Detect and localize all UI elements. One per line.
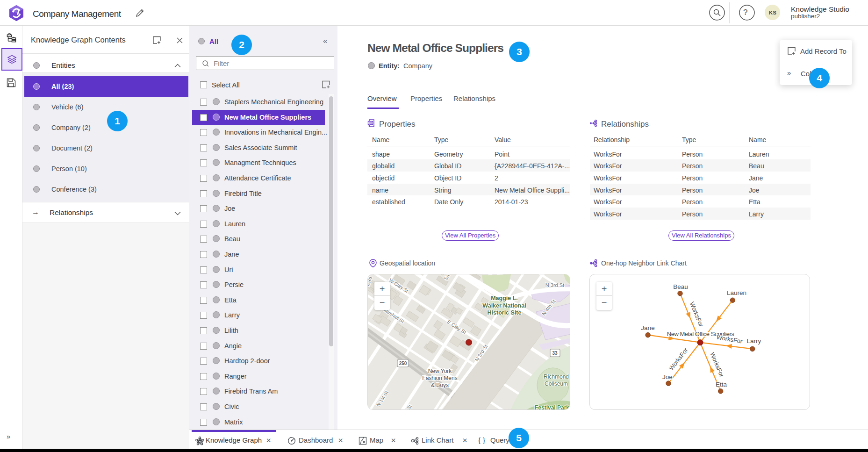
svg-text:Richmond: Richmond [544, 373, 569, 380]
svg-text:Fashion Mens: Fashion Mens [422, 375, 457, 381]
svg-text:Etta: Etta [716, 381, 727, 388]
svg-text:Larry: Larry [747, 337, 761, 344]
svg-text:WorksFor: WorksFor [709, 351, 725, 378]
svg-text:Beau: Beau [673, 283, 688, 290]
svg-text:33: 33 [552, 351, 558, 356]
svg-text:Walker National: Walker National [482, 302, 526, 309]
svg-text:Coliseum: Coliseum [545, 380, 568, 387]
svg-text:Joe: Joe [662, 373, 673, 380]
svg-text:New York: New York [428, 368, 452, 374]
svg-text:250: 250 [399, 361, 407, 366]
svg-text:WorksFor: WorksFor [667, 346, 689, 372]
svg-text:Lauren: Lauren [727, 289, 746, 296]
svg-text:& Boys: & Boys [431, 382, 449, 388]
svg-text:N 3rd St: N 3rd St [545, 282, 564, 288]
svg-text:Festival Park: Festival Park [535, 404, 569, 410]
svg-text:Jane: Jane [641, 324, 654, 331]
svg-text:WorksFor: WorksFor [689, 301, 705, 328]
svg-text:Historic Site: Historic Site [488, 309, 522, 316]
svg-text:Maggie L.: Maggie L. [491, 295, 518, 301]
